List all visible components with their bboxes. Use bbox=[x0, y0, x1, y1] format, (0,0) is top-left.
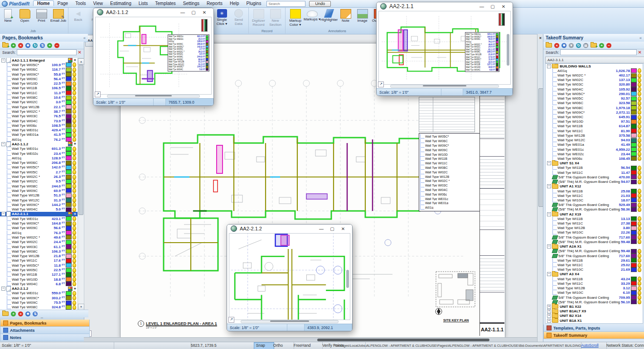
color-swatch[interactable] bbox=[631, 143, 637, 147]
visibility-bulb-icon[interactable] bbox=[638, 87, 641, 91]
color-swatch[interactable] bbox=[66, 81, 72, 86]
takeoff-item-row[interactable]: Wall Type WI12B3.12 bbox=[546, 286, 643, 291]
color-swatch[interactable] bbox=[631, 120, 637, 124]
takeoff-item-row[interactable]: Wall Tye WI06C116.7 FT bbox=[0, 67, 77, 72]
window-aa2-2-1-2[interactable]: AA2-2.1.2 — ▢ ✕ bbox=[227, 224, 353, 331]
color-swatch[interactable] bbox=[631, 226, 637, 230]
color-swatch[interactable] bbox=[66, 161, 72, 165]
visibility-bulb-icon[interactable] bbox=[73, 184, 76, 188]
takeoff-item-row[interactable]: Wall Tye WE01a41.49 bbox=[546, 143, 643, 147]
takeoff-item-row[interactable]: Wall Tye WI02C *49.6 FT bbox=[0, 235, 77, 239]
color-swatch[interactable] bbox=[66, 137, 72, 142]
visibility-bulb-icon[interactable] bbox=[73, 62, 76, 67]
tree-expander[interactable]: − bbox=[1, 287, 5, 291]
takeoff-item-row[interactable]: Wall Tye WI09C*55.8 FT bbox=[0, 72, 77, 76]
menu-item-page[interactable]: Page bbox=[54, 1, 72, 6]
color-swatch[interactable] bbox=[631, 291, 637, 295]
visibility-bulb-icon[interactable] bbox=[73, 128, 76, 133]
tab-attachments[interactable]: Attachments bbox=[0, 327, 90, 334]
takeoff-item-row[interactable]: Wall Tye WI02C3.0 FT bbox=[0, 100, 77, 105]
visibility-bulb-icon[interactable] bbox=[638, 295, 641, 300]
color-swatch[interactable] bbox=[631, 207, 637, 212]
tab-templates-parts-inputs[interactable]: Templates, Parts, Inputs bbox=[543, 325, 644, 332]
maximize-icon[interactable]: ▢ bbox=[327, 226, 338, 231]
visibility-bulb-icon[interactable] bbox=[638, 166, 641, 170]
tree-expander[interactable]: − bbox=[1, 58, 5, 62]
takeoff-item-row[interactable]: Wall Tye WI11B127.1 FT bbox=[0, 273, 77, 277]
takeoff-item-row[interactable]: (5/8" Thk) M.R. Gypsum Board Ceiling59.4… bbox=[546, 239, 643, 244]
color-swatch[interactable] bbox=[66, 226, 72, 230]
markups-button[interactable]: Markups ▾ bbox=[304, 8, 320, 22]
takeoff-item-row[interactable]: 5/8" Thk Gypsum Board Ceiling717.60 bbox=[546, 253, 643, 258]
summary-group-unit-b1alt-x9[interactable]: +UNIT B1ALT X9 bbox=[546, 309, 643, 314]
takeoff-item-row[interactable]: Wall Tye WI09C60.9 FT bbox=[0, 188, 77, 193]
close-icon[interactable]: ✕ bbox=[498, 4, 509, 9]
takeoff-item-row[interactable]: Wall Tye WI11C11.47 bbox=[546, 170, 643, 175]
color-swatch[interactable] bbox=[66, 301, 72, 305]
visibility-bulb-icon[interactable] bbox=[73, 273, 76, 277]
delete-icon[interactable]: × bbox=[18, 311, 23, 316]
takeoff-item-row[interactable]: Wall Tye WI11B43.24 bbox=[546, 277, 643, 281]
visibility-bulb-icon[interactable] bbox=[73, 96, 76, 100]
visibility-bulb-icon[interactable] bbox=[638, 78, 641, 82]
pan-corner-icon[interactable]: ↗ bbox=[228, 317, 234, 323]
collapse-panel-icon[interactable]: « bbox=[639, 36, 642, 40]
takeoff-item-row[interactable]: Wall Tye WI08C106.3 FT bbox=[0, 249, 77, 253]
menu-item-lists[interactable]: Lists bbox=[135, 1, 152, 6]
menu-item-reports[interactable]: Reports bbox=[203, 1, 226, 6]
toggle-verify-points[interactable]: Verify Points bbox=[320, 342, 366, 349]
visibility-bulb-icon[interactable] bbox=[73, 179, 76, 184]
visibility-bulb-icon[interactable] bbox=[73, 114, 76, 119]
color-swatch[interactable] bbox=[631, 239, 637, 244]
summary-group-unit-a1-x12[interactable]: −UNIT A1 X12 bbox=[546, 184, 643, 189]
color-swatch[interactable] bbox=[66, 240, 72, 244]
visibility-bulb-icon[interactable] bbox=[638, 129, 641, 133]
takeoff-item-row[interactable]: Wall Tye WI02C9.5 FT bbox=[0, 179, 77, 184]
color-swatch[interactable] bbox=[631, 129, 637, 133]
window-aa2-1-1-2[interactable]: AA2-1.1.2 — ▢ ✕ bbox=[93, 8, 214, 106]
visibility-bulb-icon[interactable] bbox=[638, 253, 641, 258]
visibility-bulb-icon[interactable] bbox=[638, 143, 641, 147]
color-swatch[interactable] bbox=[66, 100, 72, 105]
color-swatch[interactable] bbox=[66, 254, 72, 258]
takeoff-item-row[interactable]: Wall Tye WE01c429.4 FT bbox=[0, 128, 77, 132]
takeoff-item-row[interactable]: Wall Tye WI02C *38.7 FT bbox=[0, 109, 77, 114]
takeoff-item-row[interactable]: Wall Tye WI02C137.13 bbox=[546, 78, 643, 82]
visibility-bulb-icon[interactable] bbox=[73, 301, 76, 305]
visibility-bulb-icon[interactable] bbox=[73, 151, 76, 156]
color-swatch[interactable] bbox=[66, 86, 72, 91]
delete-icon[interactable]: × bbox=[554, 43, 559, 48]
color-swatch[interactable] bbox=[631, 124, 637, 129]
pages-search-input[interactable] bbox=[17, 49, 76, 55]
color-swatch[interactable] bbox=[66, 296, 72, 300]
visibility-bulb-icon[interactable] bbox=[638, 101, 641, 105]
color-swatch[interactable] bbox=[66, 244, 72, 249]
color-swatch[interactable] bbox=[631, 230, 637, 235]
color-swatch[interactable] bbox=[631, 101, 637, 105]
takeoff-item-row[interactable]: 5/8" Thk Gypsum Board Ceiling470.00 bbox=[546, 175, 643, 179]
color-swatch[interactable] bbox=[631, 258, 637, 263]
page-group-aa2-1-1-1-enlarged[interactable]: −AA2-1.1.1 Enlarged+ bbox=[0, 58, 77, 62]
color-swatch[interactable] bbox=[631, 105, 637, 110]
color-swatch[interactable] bbox=[631, 295, 637, 300]
visibility-bulb-icon[interactable] bbox=[638, 207, 641, 212]
pages-tree-scrollbar[interactable]: ▲ ▼ bbox=[77, 58, 84, 311]
visibility-bulb-icon[interactable] bbox=[73, 216, 76, 221]
visibility-bulb-icon[interactable] bbox=[73, 119, 76, 123]
visibility-bulb-icon[interactable] bbox=[73, 249, 76, 253]
delete-icon[interactable]: × bbox=[18, 43, 23, 48]
color-swatch[interactable] bbox=[66, 184, 72, 188]
visibility-bulb-icon[interactable] bbox=[73, 133, 76, 137]
visibility-bulb-icon[interactable] bbox=[638, 170, 641, 175]
visibility-bulb-icon[interactable] bbox=[638, 263, 641, 268]
color-swatch[interactable] bbox=[66, 207, 72, 212]
color-swatch[interactable] bbox=[66, 175, 72, 179]
takeoff-item-row[interactable]: Wall Tye WI02C24.4 FT bbox=[0, 240, 77, 244]
menu-item-home[interactable]: Home bbox=[33, 0, 54, 6]
color-swatch[interactable] bbox=[66, 202, 72, 207]
minimize-icon[interactable]: — bbox=[177, 10, 188, 15]
color-swatch[interactable] bbox=[631, 175, 637, 179]
color-swatch[interactable] bbox=[631, 268, 637, 272]
takeoff-item-row[interactable]: 5/8" Thk Gypsum Board Ceiling529.49 bbox=[546, 203, 643, 207]
color-swatch[interactable] bbox=[66, 109, 72, 114]
